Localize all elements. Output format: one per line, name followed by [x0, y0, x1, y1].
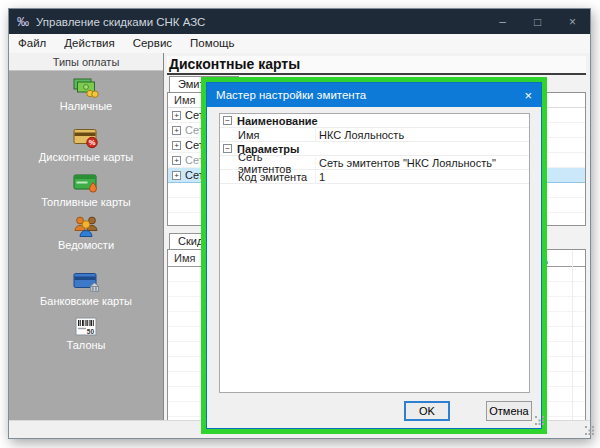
discount-card-icon: % [73, 128, 99, 149]
emitter-wizard-dialog: Мастер настройки эмитента × − Наименован… [206, 82, 542, 429]
dialog-resize-grip-icon[interactable] [528, 416, 537, 425]
property-row-name[interactable]: Имя НКС Лояльность [220, 128, 529, 142]
expand-icon[interactable]: + [172, 126, 181, 135]
dialog-highlight-frame: Мастер настройки эмитента × − Наименован… [201, 77, 547, 434]
property-value[interactable]: НКС Лояльность [315, 129, 529, 141]
discounts-name-column-header[interactable]: Имя [174, 252, 195, 264]
dialog-close-button[interactable]: × [524, 88, 532, 103]
sidebar-item-label: Ведомости [9, 239, 163, 251]
sidebar-item-label: Талоны [9, 339, 163, 351]
window-title: Управление скидками СНК АЗС [36, 16, 205, 28]
collapse-icon[interactable]: − [223, 116, 232, 125]
category-label: Наименование [237, 115, 318, 127]
bank-card-icon [73, 272, 100, 293]
sidebar-item-label: Наличные [9, 100, 163, 112]
property-grid: − Наименование Имя НКС Лояльность − Пара… [219, 113, 530, 393]
menu-actions[interactable]: Действия [55, 34, 123, 53]
sidebar-item-label: Дисконтные карты [9, 151, 163, 163]
menu-file[interactable]: Файл [9, 34, 55, 53]
coupon-icon: 50 [75, 317, 97, 337]
window-controls: – □ × [485, 9, 590, 34]
people-icon [73, 215, 99, 237]
dialog-title: Мастер настройки эмитента [216, 89, 366, 101]
sidebar-item-label: Банковские карты [9, 295, 163, 307]
expand-icon[interactable]: + [172, 156, 181, 165]
property-name: Имя [220, 129, 315, 141]
expand-icon[interactable]: + [172, 111, 181, 120]
page-title: Дисконтные карты [167, 56, 586, 75]
sidebar-item-label: Топливные карты [9, 196, 163, 208]
screenshot-root: ‰ Управление скидками СНК АЗС – □ × Файл… [0, 0, 600, 448]
close-button[interactable]: × [555, 9, 590, 34]
cancel-button[interactable]: Отмена [486, 401, 532, 421]
fuel-card-icon [73, 173, 99, 194]
app-logo-icon: ‰ [17, 15, 29, 29]
minimize-button[interactable]: – [485, 9, 520, 34]
menu-service[interactable]: Сервис [124, 34, 181, 53]
sidebar-header: Типы оплаты [9, 53, 163, 71]
menu-help[interactable]: Помощь [181, 34, 243, 53]
sidebar-item-bank-cards[interactable]: Банковские карты [9, 272, 163, 307]
titlebar: ‰ Управление скидками СНК АЗС – □ × [9, 9, 590, 34]
sidebar-item-discount-cards[interactable]: % Дисконтные карты [9, 128, 163, 163]
expand-icon[interactable]: + [172, 141, 181, 150]
coupon-number: 50 [87, 328, 95, 335]
expand-icon[interactable]: + [172, 171, 181, 180]
sidebar-item-cash[interactable]: Наличные [9, 78, 163, 112]
sidebar-item-fuel-cards[interactable]: Топливные карты [9, 173, 163, 208]
property-name: Код эмитента [220, 171, 315, 183]
column-divider [572, 250, 573, 420]
ok-button[interactable]: OK [404, 401, 450, 421]
property-row-emitter-network[interactable]: Сеть эмитентов Сеть эмитентов "НКС Лояль… [220, 156, 529, 170]
property-value[interactable]: 1 [315, 171, 529, 183]
property-category-name[interactable]: − Наименование [220, 114, 529, 128]
dialog-titlebar: Мастер настройки эмитента × [207, 83, 541, 107]
property-value[interactable]: Сеть эмитентов "НКС Лояльность" [315, 157, 529, 169]
resize-grip-icon[interactable] [578, 426, 587, 435]
cash-icon [73, 78, 99, 98]
property-row-emitter-code[interactable]: Код эмитента 1 [220, 170, 529, 184]
sidebar-item-coupons[interactable]: 50 Талоны [9, 317, 163, 351]
maximize-button[interactable]: □ [520, 9, 555, 34]
menubar: Файл Действия Сервис Помощь [9, 34, 590, 53]
payment-types-sidebar: Типы оплаты Наличные [9, 53, 164, 420]
sidebar-item-statements[interactable]: Ведомости [9, 215, 163, 251]
percent-glyph: % [89, 138, 96, 147]
